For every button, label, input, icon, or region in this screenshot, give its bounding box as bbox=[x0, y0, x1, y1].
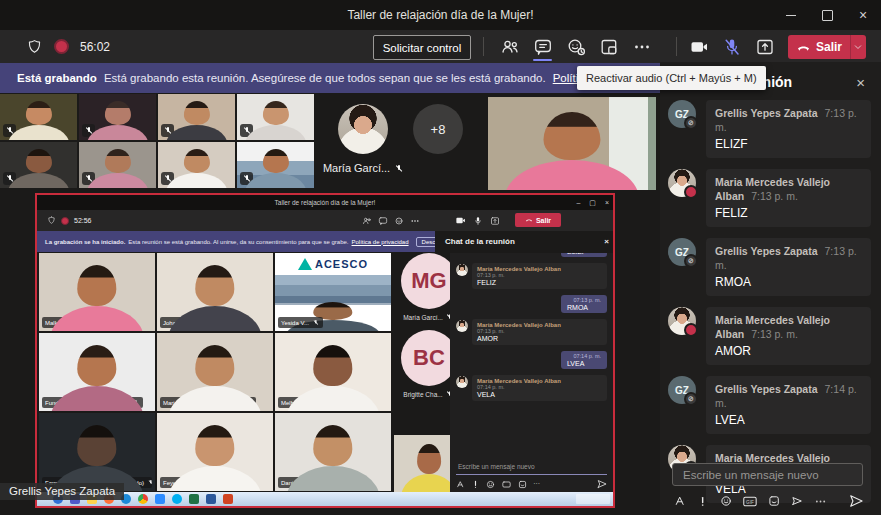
breakout-rooms-button[interactable] bbox=[592, 30, 625, 63]
mic-off-icon bbox=[245, 399, 251, 405]
mic-off-badge bbox=[3, 124, 16, 137]
reactions-button[interactable] bbox=[559, 30, 592, 63]
chat-button[interactable] bbox=[526, 30, 559, 63]
mic-off-icon bbox=[5, 126, 14, 135]
more-icon[interactable] bbox=[814, 494, 827, 509]
more-icon: ⋯ bbox=[533, 480, 540, 488]
chat-message-sent: 07:13 p. m. RMOA bbox=[561, 295, 607, 313]
more-options-button[interactable] bbox=[625, 30, 658, 63]
breakout-rooms-icon bbox=[599, 37, 619, 57]
mic-off-icon bbox=[312, 319, 318, 325]
mic-off-icon bbox=[163, 174, 172, 183]
avatar bbox=[338, 104, 388, 154]
video-tile[interactable] bbox=[158, 94, 235, 140]
participant-name: Johanna Tavera Bernal bbox=[163, 320, 225, 326]
request-control-button[interactable]: Solicitar control bbox=[373, 35, 471, 60]
participant-name: Fundación Acesco - Leidis Diaz bbox=[45, 400, 129, 406]
emoji-icon[interactable] bbox=[720, 494, 732, 508]
close-button[interactable]: × bbox=[845, 0, 881, 30]
avatar: GZ⊘ bbox=[668, 376, 696, 404]
format-icon[interactable] bbox=[674, 494, 686, 508]
participant-name: Yesida V... bbox=[281, 320, 309, 326]
chat-message-sent: ELIZF bbox=[561, 253, 607, 257]
minimize-button[interactable] bbox=[773, 0, 809, 30]
powerpoint-icon bbox=[223, 494, 233, 504]
overflow-participants-badge[interactable]: +8 bbox=[413, 104, 463, 154]
acesco-logo: ACESCO bbox=[275, 253, 391, 275]
meet-icon bbox=[155, 494, 165, 504]
participant-maria[interactable]: María Garcí... bbox=[330, 104, 396, 174]
presence-badge bbox=[684, 323, 698, 337]
video-tile-large[interactable] bbox=[488, 97, 656, 190]
restore-button[interactable] bbox=[809, 0, 845, 30]
leave-button[interactable]: Salir bbox=[788, 35, 866, 59]
chat-input[interactable] bbox=[681, 468, 854, 482]
video-tile[interactable] bbox=[79, 94, 156, 140]
recording-indicator-icon bbox=[61, 217, 69, 225]
share-screen-button[interactable] bbox=[748, 30, 781, 63]
video-tile[interactable] bbox=[237, 94, 314, 140]
chrome-icon bbox=[138, 494, 148, 504]
chat-message: GZ⊘ Grellis Yepes Zapata7:14 p. m. LVEA bbox=[706, 376, 871, 434]
shared-screen[interactable]: Taller de relajación día de la Mujer! –▢… bbox=[35, 193, 615, 508]
video-tile[interactable] bbox=[158, 142, 235, 188]
chat-panel: Chat de la reunión × GZ⊘ Grellis Yepes Z… bbox=[660, 62, 881, 515]
leave-options-button[interactable] bbox=[851, 41, 866, 53]
hang-up-icon bbox=[796, 40, 811, 55]
inner-window-title: Taller de relajación día de la Mujer! bbox=[275, 199, 376, 206]
inner-banner-title: La grabación se ha iniciado. bbox=[45, 239, 125, 245]
participant-thumbnails bbox=[0, 94, 314, 188]
participants-icon bbox=[362, 216, 372, 226]
chat-icon bbox=[533, 37, 553, 57]
send-icon[interactable] bbox=[849, 493, 863, 509]
video-tile[interactable] bbox=[0, 142, 77, 188]
inner-privacy-policy-link: Política de privacidad bbox=[352, 239, 409, 245]
participant-name: Daniela Martinez bbox=[281, 480, 326, 486]
hang-up-icon bbox=[525, 216, 533, 224]
more-icon bbox=[410, 216, 420, 226]
inner-meeting-timer: 52:56 bbox=[74, 217, 92, 224]
meeting-toolbar: 56:02 Solicitar control bbox=[0, 30, 881, 63]
video-tile: Melba Londoño bbox=[275, 333, 391, 411]
stream-icon[interactable] bbox=[791, 494, 803, 508]
more-icon bbox=[632, 37, 652, 57]
video-tile[interactable] bbox=[79, 142, 156, 188]
window-title: Taller de relajación día de la Mujer! bbox=[347, 8, 533, 22]
inner-restore-icon: ▢ bbox=[589, 199, 596, 207]
inner-chat-panel: ELIZF Maria Mercedes Vallejo Alban 07:13… bbox=[450, 253, 613, 492]
importance-icon bbox=[471, 480, 480, 489]
avatar bbox=[668, 169, 696, 197]
participant-name: Maria Mercedes Vallejo Alban bbox=[163, 400, 242, 406]
chevron-down-icon bbox=[852, 41, 864, 53]
svg-text:GIF: GIF bbox=[746, 499, 754, 504]
chat-message: Maria Mercedes Vallejo Alban7:13 p. m. F… bbox=[706, 169, 871, 227]
inner-chat-header: Chat de la reunión × bbox=[445, 231, 609, 252]
emoji-icon bbox=[486, 480, 495, 489]
title-bar: Taller de relajación día de la Mujer! × bbox=[0, 0, 881, 30]
sticker-icon bbox=[518, 480, 527, 489]
share-screen-icon bbox=[755, 37, 775, 57]
camera-button[interactable] bbox=[682, 30, 715, 63]
inner-title-bar: Taller de relajación día de la Mujer! –▢… bbox=[37, 195, 613, 210]
chat-input-box[interactable] bbox=[672, 463, 863, 486]
gif-icon[interactable]: GIF bbox=[743, 495, 757, 508]
video-tile[interactable] bbox=[0, 94, 77, 140]
camera-icon bbox=[455, 215, 466, 226]
mic-off-icon bbox=[242, 174, 251, 183]
inner-leave-button: Salir bbox=[515, 213, 561, 227]
shield-icon bbox=[47, 216, 56, 225]
recording-banner: Está grabando Está grabando esta reunión… bbox=[0, 63, 660, 93]
importance-icon[interactable] bbox=[697, 495, 708, 508]
chat-close-button[interactable]: × bbox=[856, 74, 865, 91]
presence-badge: ⊘ bbox=[684, 116, 698, 130]
mic-off-icon bbox=[163, 126, 172, 135]
chat-message-received: Maria Mercedes Vallejo Alban 07:13 p. m.… bbox=[472, 319, 607, 345]
video-tile: Johanna Tavera Bernal bbox=[157, 253, 273, 331]
video-tile[interactable] bbox=[237, 142, 314, 188]
sticker-icon[interactable] bbox=[768, 494, 780, 508]
mic-muted-button[interactable] bbox=[715, 30, 748, 63]
video-tile: Malka Ojeda (Invitado) bbox=[39, 253, 155, 331]
participants-button[interactable] bbox=[493, 30, 526, 63]
mic-off-icon bbox=[5, 174, 14, 183]
video-tile: Daniela Martinez bbox=[275, 413, 391, 491]
